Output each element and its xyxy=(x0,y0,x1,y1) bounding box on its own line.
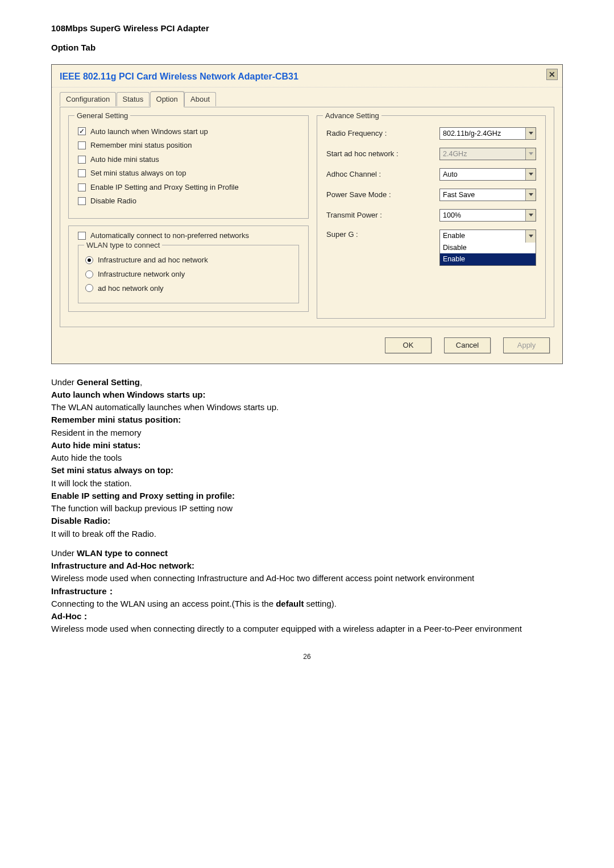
checkbox-auto-launch[interactable]: Auto launch when Windows start up xyxy=(78,127,299,137)
wlan-type-outer-fieldset: Automatically connect to non-preferred n… xyxy=(68,226,309,312)
combo-start-adhoc: 2.4GHz xyxy=(439,148,536,160)
item-text: Wireless mode used when connecting direc… xyxy=(51,623,563,635)
close-button[interactable]: ✕ xyxy=(546,69,558,80)
dialog-window: IEEE 802.11g PCI Card Wireless Network A… xyxy=(51,64,563,364)
checkbox-label: Set mini status always on top xyxy=(90,168,186,178)
combo-super-g[interactable]: Enable Disable Enable xyxy=(439,229,536,266)
wlan-type-fieldset: WLAN type to connect Infrastructure and … xyxy=(78,245,299,303)
page-number: 26 xyxy=(51,652,563,661)
general-setting-legend: General Setting xyxy=(74,111,130,121)
radio-label: Infrastructure and ad hoc network xyxy=(98,255,208,265)
product-title: 108Mbps SuperG Wireless PCI Adapter xyxy=(51,23,563,34)
section-option-tab: Option Tab xyxy=(51,42,563,53)
item-text: It will to break off the Radio. xyxy=(51,528,563,540)
label-start-adhoc: Start ad hoc network : xyxy=(326,149,434,159)
chevron-down-icon xyxy=(525,210,536,221)
checkbox-auto-hide[interactable]: Auto hide mini status xyxy=(78,155,299,165)
row-super-g: Super G : Enable Disable Enable xyxy=(326,229,536,266)
check-icon xyxy=(78,156,86,164)
checkbox-label: Disable Radio xyxy=(90,196,136,206)
checkbox-auto-connect-nonpreferred[interactable]: Automatically connect to non-preferred n… xyxy=(78,231,299,241)
item-text: Resident in the memory xyxy=(51,427,563,439)
tab-option[interactable]: Option xyxy=(150,91,184,107)
checkbox-label: Auto hide mini status xyxy=(90,155,159,165)
dialog-title-bar: IEEE 802.11g PCI Card Wireless Network A… xyxy=(52,65,562,88)
item-heading: Set mini status always on top: xyxy=(51,465,563,476)
tab-about[interactable]: About xyxy=(184,92,216,106)
checkbox-remember-position[interactable]: Remember mini status position xyxy=(78,140,299,151)
radio-infra-and-adhoc[interactable]: Infrastructure and ad hoc network xyxy=(85,255,292,265)
checkbox-label: Remember mini status position xyxy=(90,140,192,151)
dialog-button-row: OK Cancel Apply xyxy=(52,327,562,364)
radio-icon xyxy=(85,256,93,264)
radio-label: Infrastructure network only xyxy=(98,269,185,279)
check-icon xyxy=(78,183,86,191)
row-power-save: Power Save Mode : Fast Save xyxy=(326,189,536,201)
check-icon xyxy=(78,169,86,177)
row-transmit-power: Transmit Power : 100% xyxy=(326,209,536,222)
checkbox-enable-ip-proxy[interactable]: Enable IP Setting and Proxy Setting in P… xyxy=(78,182,299,193)
chevron-down-icon xyxy=(525,230,536,243)
under-wlan-heading: Under Under WLAN type to connectWLAN typ… xyxy=(51,548,563,559)
tab-panel-option: General Setting Auto launch when Windows… xyxy=(60,107,554,327)
row-adhoc-channel: Adhoc Channel : Auto xyxy=(326,168,536,181)
item-text: Wireless mode used when connecting Infra… xyxy=(51,573,563,584)
check-icon xyxy=(78,127,86,135)
combo-option-disable[interactable]: Disable xyxy=(440,242,536,254)
item-text: The function will backup previous IP set… xyxy=(51,503,563,514)
tab-configuration[interactable]: Configuration xyxy=(60,92,116,106)
label-transmit-power: Transmit Power : xyxy=(326,210,434,220)
item-text: It will lock the station. xyxy=(51,478,563,489)
item-heading: Ad-Hoc： xyxy=(51,611,563,622)
chevron-down-icon xyxy=(525,148,536,160)
combo-value: Enable xyxy=(440,230,536,242)
dialog-title-text: IEEE 802.11g PCI Card Wireless Network A… xyxy=(60,72,298,81)
ok-button[interactable]: OK xyxy=(385,337,432,353)
label-power-save: Power Save Mode : xyxy=(326,190,434,200)
label-adhoc-channel: Adhoc Channel : xyxy=(326,169,434,180)
checkbox-label: Auto launch when Windows start up xyxy=(90,127,208,137)
radio-infra-only[interactable]: Infrastructure network only xyxy=(85,269,292,279)
item-text: Auto hide the tools xyxy=(51,452,563,464)
general-setting-fieldset: General Setting Auto launch when Windows… xyxy=(68,115,309,219)
check-icon xyxy=(78,232,86,240)
combo-transmit-power[interactable]: 100% xyxy=(439,209,536,222)
combo-value: 100% xyxy=(440,210,525,221)
item-heading: Enable IP setting and Proxy setting in p… xyxy=(51,490,563,502)
item-heading: Remember mini status position: xyxy=(51,414,563,425)
advance-setting-legend: Advance Setting xyxy=(323,111,381,121)
check-icon xyxy=(78,197,86,205)
item-heading: Auto launch when Windows starts up: xyxy=(51,389,563,400)
chevron-down-icon xyxy=(525,128,536,139)
tabs-row: Configuration Status Option About xyxy=(52,87,562,107)
tab-status[interactable]: Status xyxy=(117,92,150,106)
combo-option-enable[interactable]: Enable xyxy=(440,253,536,265)
chevron-down-icon xyxy=(525,189,536,201)
combo-value: 802.11b/g-2.4GHz xyxy=(440,128,525,139)
radio-icon xyxy=(85,270,93,278)
item-text: Connecting to the WLAN using an access p… xyxy=(51,598,563,610)
radio-icon xyxy=(85,284,93,292)
wlan-type-legend: WLAN type to connect xyxy=(84,240,162,251)
combo-radio-frequency[interactable]: 802.11b/g-2.4GHz xyxy=(439,127,536,140)
item-text: The WLAN automatically launches when Win… xyxy=(51,402,563,413)
combo-value: Fast Save xyxy=(440,189,525,201)
cancel-button[interactable]: Cancel xyxy=(444,337,491,353)
combo-power-save[interactable]: Fast Save xyxy=(439,189,536,201)
row-start-adhoc: Start ad hoc network : 2.4GHz xyxy=(326,148,536,160)
checkbox-disable-radio[interactable]: Disable Radio xyxy=(78,196,299,206)
radio-label: ad hoc network only xyxy=(98,283,164,294)
label-super-g: Super G : xyxy=(326,229,434,240)
under-general-heading: Under General Setting, xyxy=(51,377,563,388)
radio-adhoc-only[interactable]: ad hoc network only xyxy=(85,283,292,294)
item-heading: Infrastructure and Ad-Hoc network: xyxy=(51,560,563,571)
checkbox-always-on-top[interactable]: Set mini status always on top xyxy=(78,168,299,178)
row-radio-frequency: Radio Frequency : 802.11b/g-2.4GHz xyxy=(326,127,536,140)
combo-adhoc-channel[interactable]: Auto xyxy=(439,168,536,181)
item-heading: Infrastructure： xyxy=(51,586,563,597)
item-heading: Disable Radio: xyxy=(51,515,563,527)
advance-setting-fieldset: Advance Setting Radio Frequency : 802.11… xyxy=(317,115,546,319)
apply-button: Apply xyxy=(503,337,550,353)
label-radio-frequency: Radio Frequency : xyxy=(326,128,434,139)
check-icon xyxy=(78,141,86,149)
